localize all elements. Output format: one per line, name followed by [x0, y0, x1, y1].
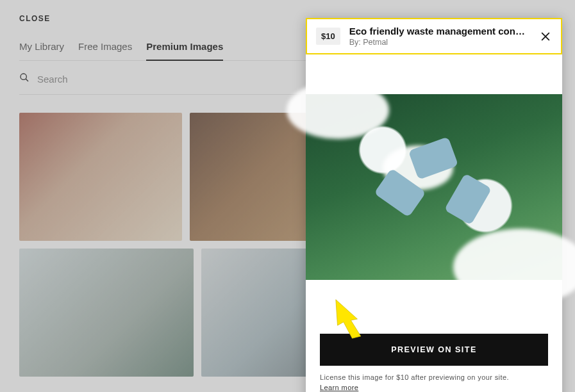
price-chip: $10 — [316, 28, 340, 45]
svg-line-1 — [26, 79, 28, 81]
learn-more-link[interactable]: Learn more — [320, 384, 358, 391]
panel-header: $10 Eco friendly waste management concep… — [306, 18, 562, 54]
panel-footer: PREVIEW ON SITE License this image for $… — [306, 320, 562, 392]
panel-title: Eco friendly waste management concep... — [349, 26, 530, 37]
panel-title-wrap: Eco friendly waste management concep... … — [349, 26, 530, 47]
tab-premium-images[interactable]: Premium Images — [146, 41, 223, 61]
panel-hero-wrap — [306, 94, 562, 280]
preview-on-site-button[interactable]: PREVIEW ON SITE — [320, 334, 548, 366]
tab-free-images[interactable]: Free Images — [78, 41, 132, 61]
grid-image[interactable] — [19, 249, 194, 377]
recycle-icon — [376, 139, 492, 235]
tab-my-library[interactable]: My Library — [19, 41, 64, 61]
license-note: License this image for $10 after preview… — [320, 373, 548, 381]
search-icon — [19, 72, 29, 85]
panel-hero-image — [306, 94, 562, 280]
grid-image[interactable] — [19, 113, 182, 241]
image-detail-panel: $10 Eco friendly waste management concep… — [306, 18, 562, 392]
svg-point-0 — [21, 74, 26, 79]
close-icon[interactable] — [539, 30, 552, 43]
svg-marker-4 — [336, 300, 361, 339]
panel-byline: By: Petmal — [349, 38, 530, 47]
